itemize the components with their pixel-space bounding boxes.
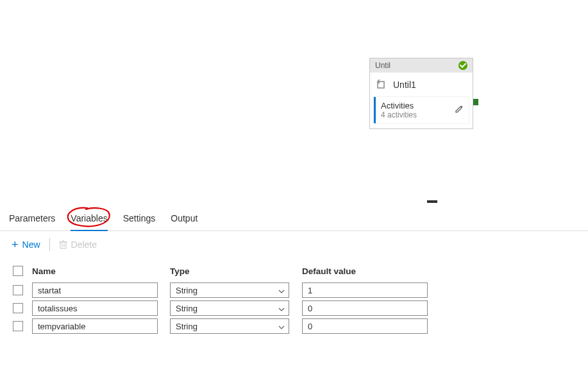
resize-handle[interactable] — [427, 200, 437, 203]
activities-count: 4 activities — [381, 110, 417, 119]
delete-label: Delete — [71, 239, 97, 250]
until-activity-card[interactable]: Until Until1 Activities 4 activities — [369, 58, 473, 129]
header-name: Name — [32, 266, 170, 276]
chevron-down-icon — [278, 286, 285, 295]
output-port[interactable] — [473, 99, 478, 105]
tab-parameters[interactable]: Parameters — [9, 209, 55, 230]
variables-table: Name Type Default value String String — [0, 258, 588, 338]
tab-variables[interactable]: Variables — [71, 209, 107, 231]
new-label: New — [22, 239, 40, 250]
activity-name: Until1 — [393, 80, 416, 90]
variable-default-input[interactable] — [302, 318, 428, 334]
plus-icon: + — [12, 239, 19, 250]
type-value: String — [176, 304, 197, 313]
activity-header: Until — [370, 58, 473, 73]
variable-type-select[interactable]: String — [170, 282, 289, 298]
table-row: String — [9, 317, 579, 335]
header-default: Default value — [302, 266, 437, 276]
variable-default-input[interactable] — [302, 300, 428, 316]
select-all-checkbox[interactable] — [13, 266, 23, 276]
success-check-icon — [458, 61, 467, 70]
row-checkbox[interactable] — [13, 321, 23, 331]
variable-name-input[interactable] — [32, 282, 158, 298]
variable-default-input[interactable] — [302, 282, 428, 298]
row-checkbox[interactable] — [13, 303, 23, 313]
toolbar-separator — [49, 238, 50, 251]
toolbar: + New Delete — [0, 231, 588, 258]
table-row: String — [9, 281, 579, 299]
svg-rect-1 — [60, 242, 66, 248]
edit-pencil-icon[interactable] — [455, 105, 464, 116]
tab-settings[interactable]: Settings — [123, 209, 156, 230]
activity-type-label: Until — [375, 61, 391, 70]
activity-title-row: Until1 — [370, 73, 473, 97]
trash-icon — [59, 240, 67, 249]
pipeline-canvas[interactable]: Until Until1 Activities 4 activities — [0, 0, 588, 204]
chevron-down-icon — [278, 322, 285, 331]
chevron-down-icon — [278, 304, 285, 313]
delete-button: Delete — [56, 238, 99, 251]
row-checkbox[interactable] — [13, 285, 23, 295]
tab-output[interactable]: Output — [171, 209, 197, 230]
new-button[interactable]: + New — [9, 238, 43, 252]
type-value: String — [176, 322, 197, 331]
loop-icon — [375, 79, 387, 91]
activities-label: Activities — [381, 101, 417, 110]
header-type: Type — [170, 266, 302, 276]
table-row: String — [9, 299, 579, 317]
variable-type-select[interactable]: String — [170, 300, 289, 316]
variable-name-input[interactable] — [32, 318, 158, 334]
variable-name-input[interactable] — [32, 300, 158, 316]
table-header-row: Name Type Default value — [9, 261, 579, 281]
variable-type-select[interactable]: String — [170, 318, 289, 334]
tabs-bar: Parameters Variables Settings Output — [0, 204, 588, 231]
activity-sub-panel[interactable]: Activities 4 activities — [374, 97, 469, 123]
type-value: String — [176, 286, 197, 295]
